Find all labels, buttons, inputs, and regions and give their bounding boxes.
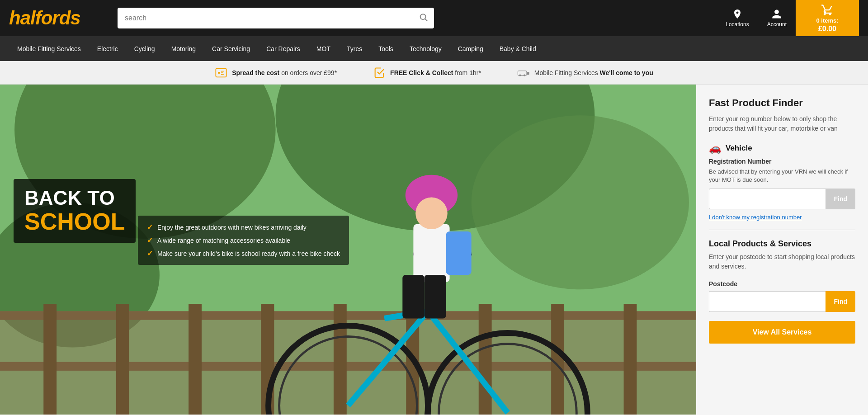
nav-car-servicing[interactable]: Car Servicing bbox=[204, 36, 258, 61]
nav-mot[interactable]: MOT bbox=[308, 36, 339, 61]
panel-divider bbox=[709, 230, 855, 230]
registration-input[interactable] bbox=[709, 189, 826, 209]
svg-point-3 bbox=[218, 71, 220, 74]
promo-bar: Spread the cost on orders over £99* FREE… bbox=[0, 61, 868, 85]
nav-car-repairs[interactable]: Car Repairs bbox=[258, 36, 308, 61]
hero-bullet-1: ✓ Enjoy the great outdoors with new bike… bbox=[147, 223, 340, 231]
dont-know-link[interactable]: I don't know my registration number bbox=[709, 214, 855, 221]
nav-mobile-fitting[interactable]: Mobile Fitting Services bbox=[9, 36, 89, 61]
promo-mobile-fitting: Mobile Fitting Services We'll come to yo… bbox=[517, 66, 653, 79]
registration-find-button[interactable]: Find bbox=[826, 189, 855, 209]
svg-rect-4 bbox=[518, 71, 527, 75]
logo[interactable]: halfords bbox=[9, 7, 108, 29]
postcode-label: Postcode bbox=[709, 280, 855, 288]
hero-title-line2: SCHOOL bbox=[24, 209, 125, 235]
registration-input-row: Find bbox=[709, 189, 855, 209]
registration-label: Registration Number bbox=[709, 158, 855, 165]
locations-button[interactable]: Locations bbox=[717, 9, 758, 28]
nav-cycling[interactable]: Cycling bbox=[126, 36, 163, 61]
hero-title-line1: BACK TO bbox=[24, 187, 125, 209]
cart-button[interactable]: 0 items: £0.00 bbox=[796, 0, 859, 36]
hero-bullet-2: ✓ A wide range of matching accessories a… bbox=[147, 236, 340, 245]
nav-bar: Mobile Fitting Services Electric Cycling… bbox=[0, 36, 868, 61]
search-input[interactable] bbox=[118, 8, 434, 28]
view-services-button[interactable]: View All Services bbox=[709, 321, 855, 344]
header: halfords Locations Account 0 items: £0.0… bbox=[0, 0, 868, 36]
fast-product-finder-title: Fast Product Finder bbox=[709, 97, 855, 109]
nav-electric[interactable]: Electric bbox=[89, 36, 126, 61]
promo-fitting-text: Mobile Fitting Services We'll come to yo… bbox=[534, 69, 653, 76]
nav-tools[interactable]: Tools bbox=[370, 36, 401, 61]
vehicle-label: Vehicle bbox=[726, 144, 752, 153]
locations-label: Locations bbox=[726, 21, 749, 28]
promo-click-collect: FREE Click & Collect from 1hr* bbox=[373, 66, 481, 79]
fast-product-finder-desc: Enter your reg number below to only shop… bbox=[709, 114, 855, 133]
svg-line-1 bbox=[425, 19, 427, 21]
hero-bullet-3: ✓ Make sure your child's bike is school … bbox=[147, 249, 340, 258]
check-icon-1: ✓ bbox=[147, 223, 153, 231]
header-right: Locations Account 0 items: £0.00 bbox=[717, 0, 859, 36]
svg-point-0 bbox=[420, 14, 426, 19]
hero-title-box: BACK TO SCHOOL bbox=[14, 179, 136, 243]
nav-baby-child[interactable]: Baby & Child bbox=[491, 36, 544, 61]
check-icon-2: ✓ bbox=[147, 236, 153, 245]
account-button[interactable]: Account bbox=[758, 9, 796, 28]
search-button[interactable] bbox=[419, 13, 429, 24]
promo-spread-cost: Spread the cost on orders over £99* bbox=[215, 66, 337, 79]
hero-section: BACK TO SCHOOL ✓ Enjoy the great outdoor… bbox=[0, 85, 696, 415]
vehicle-section-heading: 🚗 Vehicle bbox=[709, 142, 855, 154]
postcode-find-button[interactable]: Find bbox=[826, 291, 855, 312]
postcode-input[interactable] bbox=[709, 291, 826, 312]
right-panel: Fast Product Finder Enter your reg numbe… bbox=[696, 85, 868, 415]
cart-count: 0 items: bbox=[816, 17, 838, 24]
local-products-title: Local Products & Services bbox=[709, 239, 855, 249]
main-content: BACK TO SCHOOL ✓ Enjoy the great outdoor… bbox=[0, 85, 868, 415]
search-wrapper bbox=[118, 8, 434, 28]
local-products-desc: Enter your postcode to start shopping lo… bbox=[709, 252, 855, 271]
svg-point-6 bbox=[524, 74, 525, 76]
car-icon: 🚗 bbox=[709, 142, 721, 154]
svg-rect-7 bbox=[527, 72, 529, 75]
hero-content: BACK TO SCHOOL ✓ Enjoy the great outdoor… bbox=[0, 85, 696, 278]
svg-point-5 bbox=[519, 74, 521, 76]
nav-camping[interactable]: Camping bbox=[450, 36, 491, 61]
cart-price: £0.00 bbox=[818, 25, 836, 33]
nav-tyres[interactable]: Tyres bbox=[339, 36, 370, 61]
check-icon-3: ✓ bbox=[147, 249, 153, 258]
registration-note: Be advised that by entering your VRN we … bbox=[709, 168, 855, 184]
nav-technology[interactable]: Technology bbox=[401, 36, 450, 61]
account-label: Account bbox=[767, 21, 787, 28]
hero-bullets: ✓ Enjoy the great outdoors with new bike… bbox=[138, 216, 349, 265]
promo-spread-text: Spread the cost on orders over £99* bbox=[232, 69, 337, 76]
nav-motoring[interactable]: Motoring bbox=[163, 36, 204, 61]
promo-collect-text: FREE Click & Collect from 1hr* bbox=[390, 69, 481, 76]
postcode-input-row: Find bbox=[709, 291, 855, 312]
